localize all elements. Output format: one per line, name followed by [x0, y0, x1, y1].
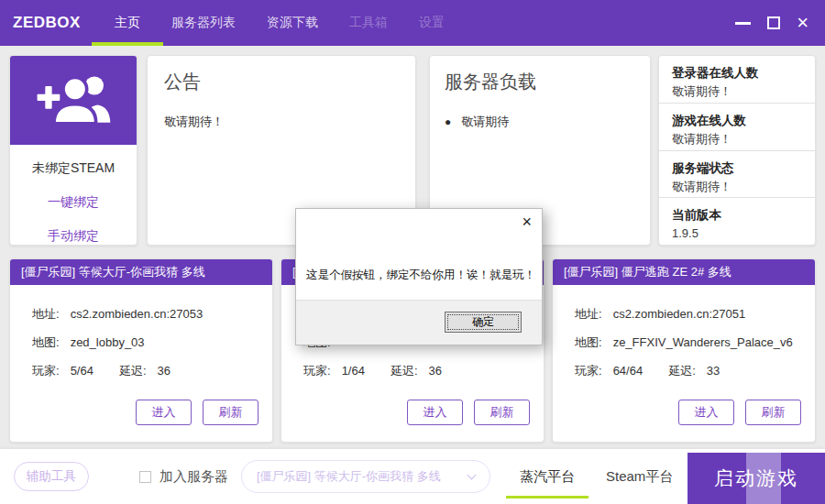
- helper-tools-button[interactable]: 辅助工具: [14, 462, 89, 491]
- stats-panel: 登录器在线人数 敬请期待！ 游戏在线人数 敬请期待！ 服务端状态 敬请期待！ 当…: [658, 55, 816, 246]
- bullet-icon: ●: [445, 115, 451, 128]
- main-nav: 主页 服务器列表 资源下载 工具箱 设置: [99, 0, 460, 46]
- join-server-checkbox[interactable]: [139, 471, 151, 483]
- players-label: 玩家:: [303, 364, 331, 378]
- steam-profile-card: 未绑定STEAM 一键绑定 手动绑定: [9, 55, 138, 246]
- server-load-text: 敬请期待: [461, 114, 509, 130]
- map-label: 地图:: [32, 335, 60, 349]
- tab-toolbox[interactable]: 工具箱: [334, 0, 403, 46]
- maximize-icon[interactable]: [767, 16, 780, 29]
- server-players: 5/64: [71, 364, 94, 378]
- server-load-item: ● 敬请期待: [445, 114, 635, 130]
- app-window: ZEDBOX 主页 服务器列表 资源下载 工具箱 设置 ×: [0, 0, 825, 504]
- join-server-option[interactable]: 加入服务器: [139, 468, 228, 486]
- server-map: zed_lobby_03: [71, 335, 145, 349]
- map-label: 地图:: [575, 335, 602, 349]
- message-dialog: × 这是个假按钮，绑定不给你用！诶！就是玩！ 确定: [295, 208, 543, 345]
- steam-bind-status: 未绑定STEAM: [10, 160, 137, 177]
- title-bar: ZEDBOX 主页 服务器列表 资源下载 工具箱 设置 ×: [0, 0, 825, 46]
- manual-bind-link[interactable]: 手动绑定: [10, 228, 137, 245]
- addr-label: 地址:: [575, 307, 602, 321]
- stat-current-version: 当前版本 1.9.5: [659, 198, 815, 245]
- bottom-bar: 辅助工具 加入服务器 [僵尸乐园] 等候大厅-你画我猜 多线 蒸汽平台 Stea…: [0, 449, 825, 504]
- add-user-icon: [33, 71, 114, 131]
- stat-launcher-online: 登录器在线人数 敬请期待！: [659, 56, 815, 104]
- announcement-body: 敬请期待！: [164, 114, 399, 130]
- enter-button[interactable]: 进入: [407, 400, 463, 425]
- stat-value: 敬请期待！: [672, 82, 802, 101]
- dialog-close-icon[interactable]: ×: [522, 214, 532, 230]
- server-info: 地址:cs2.zombieden.cn:27051 地图:ze_FFXIV_Wa…: [553, 285, 815, 379]
- server-select-dropdown[interactable]: [僵尸乐园] 等候大厅-你画我猜 多线: [241, 460, 490, 493]
- stat-backend-status: 服务端状态 敬请期待！: [659, 151, 815, 199]
- refresh-button[interactable]: 刷新: [203, 400, 258, 425]
- tab-steam-platform[interactable]: Steam平台: [597, 449, 682, 504]
- server-title: [僵尸乐园] 僵尸逃跑 ZE 2# 多线: [553, 259, 815, 285]
- server-card-1: [僵尸乐园] 等候大厅-你画我猜 多线 地址:cs2.zombieden.cn:…: [9, 258, 273, 443]
- avatar: [10, 56, 137, 145]
- players-label: 玩家:: [575, 364, 602, 378]
- server-latency: 33: [707, 364, 720, 378]
- enter-button[interactable]: 进入: [678, 400, 734, 425]
- latency-label: 延迟:: [390, 364, 418, 378]
- enter-button[interactable]: 进入: [136, 400, 192, 425]
- refresh-button[interactable]: 刷新: [745, 400, 801, 425]
- server-card-3: [僵尸乐园] 僵尸逃跑 ZE 2# 多线 地址:cs2.zombieden.cn…: [552, 258, 816, 443]
- server-load-title: 服务器负载: [445, 70, 635, 94]
- players-label: 玩家:: [32, 364, 60, 378]
- latency-label: 延迟:: [119, 364, 147, 378]
- tab-server-list[interactable]: 服务器列表: [156, 0, 251, 46]
- server-latency: 36: [158, 364, 170, 378]
- selected-server-text: [僵尸乐园] 等候大厅-你画我猜 多线: [257, 468, 468, 485]
- server-info: 地址:cs2.zombieden.cn:27053 地图:zed_lobby_0…: [10, 285, 272, 379]
- stat-value: 敬请期待！: [672, 130, 802, 148]
- stat-value: 1.9.5: [672, 225, 802, 243]
- stat-title: 登录器在线人数: [672, 63, 802, 82]
- tab-resource-download[interactable]: 资源下载: [251, 0, 334, 46]
- server-address: cs2.zombieden.cn:27051: [613, 307, 746, 321]
- announcement-title: 公告: [164, 70, 399, 94]
- server-address: cs2.zombieden.cn:27053: [71, 307, 204, 321]
- ok-button[interactable]: 确定: [445, 312, 522, 333]
- stat-game-online: 游戏在线人数 敬请期待！: [659, 104, 815, 151]
- one-click-bind-link[interactable]: 一键绑定: [10, 194, 137, 211]
- server-map: ze_FFXIV_Wanderers_Palace_v6: [613, 335, 793, 349]
- latency-label: 延迟:: [668, 364, 696, 378]
- tab-zhengqi-platform[interactable]: 蒸汽平台: [511, 449, 584, 504]
- addr-label: 地址:: [32, 307, 60, 321]
- app-logo: ZEDBOX: [13, 14, 88, 32]
- server-latency: 36: [429, 364, 442, 378]
- launch-game-button[interactable]: 启动游戏: [688, 453, 825, 504]
- server-players: 64/64: [613, 364, 644, 378]
- tab-settings[interactable]: 设置: [403, 0, 460, 46]
- server-title: [僵尸乐园] 等候大厅-你画我猜 多线: [10, 259, 272, 285]
- close-icon[interactable]: ×: [797, 16, 808, 29]
- stat-title: 游戏在线人数: [672, 111, 802, 130]
- minimize-icon[interactable]: [735, 22, 751, 25]
- tab-home[interactable]: 主页: [99, 0, 156, 46]
- stat-value: 敬请期待！: [672, 178, 802, 196]
- chevron-down-icon: [468, 470, 477, 479]
- refresh-button[interactable]: 刷新: [474, 400, 530, 425]
- stat-title: 当前版本: [672, 205, 802, 225]
- window-controls: ×: [735, 16, 808, 29]
- join-server-label: 加入服务器: [160, 468, 228, 486]
- stat-title: 服务端状态: [672, 159, 802, 178]
- server-players: 1/64: [342, 364, 365, 378]
- dialog-message: 这是个假按钮，绑定不给你用！诶！就是玩！: [306, 268, 535, 283]
